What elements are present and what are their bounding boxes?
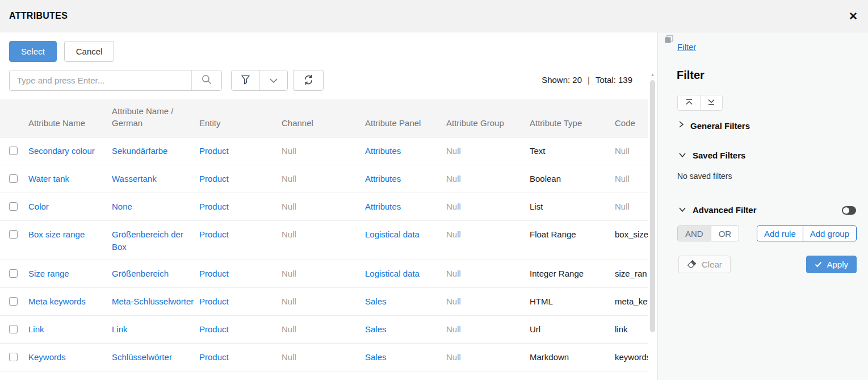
column-header[interactable]: Attribute Name / German [112,99,199,137]
row-checkbox[interactable] [9,147,18,155]
cell-link[interactable]: Größenbereich der Box [112,229,183,252]
or-button[interactable]: OR [711,226,739,241]
close-icon[interactable]: ✕ [849,11,858,22]
row-checkbox[interactable] [9,325,18,333]
add-group-button[interactable]: Add group [803,226,856,241]
cell-link[interactable]: Logistical data [365,269,420,278]
cell-link[interactable]: Sekundärfarbe [112,146,167,156]
search-button[interactable] [191,70,221,90]
add-rule-button[interactable]: Add rule [757,226,803,241]
column-header[interactable]: Entity [199,99,282,137]
clear-button[interactable]: Clear [678,256,731,273]
cell-link[interactable]: Box size range [28,229,85,239]
cell-value: Null [446,229,461,239]
cell-link[interactable]: Logistical data [365,229,420,239]
cell-link[interactable]: Attributes [365,174,401,183]
expand-all-icon [707,98,715,107]
cell-link[interactable]: Product [199,352,229,362]
cell-link[interactable]: Product [199,146,229,156]
row-checkbox[interactable] [9,230,18,239]
cell-link[interactable]: Water tank [28,174,69,183]
filter-dropdown-button[interactable] [259,70,287,90]
collapse-all-button[interactable] [678,95,700,110]
column-header[interactable]: Channel [282,99,365,137]
cell-link[interactable]: Sales [365,352,387,362]
and-button[interactable]: AND [678,226,711,241]
scrollbar-thumb[interactable] [650,80,655,332]
cell-value: Null [615,146,630,156]
cell-link[interactable]: Link [112,324,128,334]
table-row: Meta keywords Meta-Schlüsselwörter Produ… [0,287,648,315]
refresh-button[interactable] [293,70,324,91]
column-header[interactable]: Attribute Group [446,99,530,137]
cell-value: Null [282,352,296,362]
cell-link[interactable]: Meta-Schlüsselwörter [112,297,194,306]
cell-link[interactable]: Product [199,229,229,239]
cell-value: Null [282,146,296,156]
cell-value: Null [282,324,296,334]
chevron-down-icon [678,150,686,160]
cell-link[interactable]: Product [199,174,229,183]
row-checkbox[interactable] [9,202,18,211]
chevron-down-icon [270,76,278,85]
cell-link[interactable]: None [112,202,132,211]
total-count: Total: 139 [596,75,632,85]
cell-link[interactable]: Product [199,202,229,211]
filter-link[interactable]: Filter [677,42,696,52]
chevron-right-icon [678,120,684,131]
scroll-up-arrow-icon[interactable]: ▲ [649,71,656,77]
table-row: Keywords Schlüsselwörter Product Null Sa… [0,343,648,371]
cell-value: Markdown [530,352,569,362]
cell-value: List [530,202,543,211]
cell-link[interactable]: Product [199,269,229,278]
cell-link[interactable]: Product [199,297,229,306]
eraser-icon [687,260,697,270]
table-row: Box size range Größenbereich der Box Pro… [0,220,648,260]
cell-link[interactable]: Size range [28,269,69,278]
cell-link[interactable]: Schlüsselwörter [112,352,172,362]
vertical-scrollbar[interactable]: ▲ [649,71,656,380]
section-general-filters[interactable]: General Filters [678,120,750,131]
filter-split-button [231,70,288,91]
search-group [9,70,222,91]
search-input[interactable] [10,70,191,90]
refresh-icon [303,74,314,87]
section-label: Saved Filters [693,151,745,160]
cancel-button[interactable]: Cancel [64,41,115,62]
section-saved-filters[interactable]: Saved Filters [678,150,745,160]
cell-value: size_ran [615,269,647,278]
cell-link[interactable]: Sales [365,324,387,334]
cell-link[interactable]: Secondary colour [28,146,95,156]
cell-link[interactable]: Meta keywords [28,297,86,306]
filter-funnel-button[interactable] [232,70,259,90]
cell-link[interactable]: Sales [365,297,387,306]
clear-label: Clear [702,260,722,269]
cell-link[interactable]: Product [199,324,229,334]
expand-all-button[interactable] [700,95,722,110]
column-header[interactable]: Attribute Name [28,99,112,137]
cell-value: Null [282,202,296,211]
cell-link[interactable]: Größenbereich [112,269,169,278]
cell-link[interactable]: Color [28,202,49,211]
cell-value: Null [446,324,461,334]
select-button[interactable]: Select [9,41,57,62]
column-header[interactable]: Attribute Type [530,99,615,137]
cell-value: Null [282,174,296,183]
column-header[interactable]: Attribute Panel [365,99,446,137]
cell-link[interactable]: Link [28,324,44,334]
column-header[interactable]: Code [615,99,648,137]
advanced-filter-toggle[interactable] [842,206,856,215]
cell-link[interactable]: Attributes [365,146,401,156]
cell-link[interactable]: Keywords [28,352,66,362]
section-advanced-filter[interactable]: Advanced Filter [678,204,757,215]
row-checkbox[interactable] [9,269,18,278]
row-checkbox[interactable] [9,297,18,306]
apply-button[interactable]: Apply [806,256,857,273]
row-checkbox[interactable] [9,174,18,183]
table-row: Size range Größenbereich Product Null Lo… [0,260,648,287]
section-label: Advanced Filter [693,205,757,215]
cell-link[interactable]: Attributes [365,202,401,211]
cell-link[interactable]: Wassertank [112,174,157,183]
row-checkbox[interactable] [9,353,18,361]
cell-value: Null [615,174,630,183]
